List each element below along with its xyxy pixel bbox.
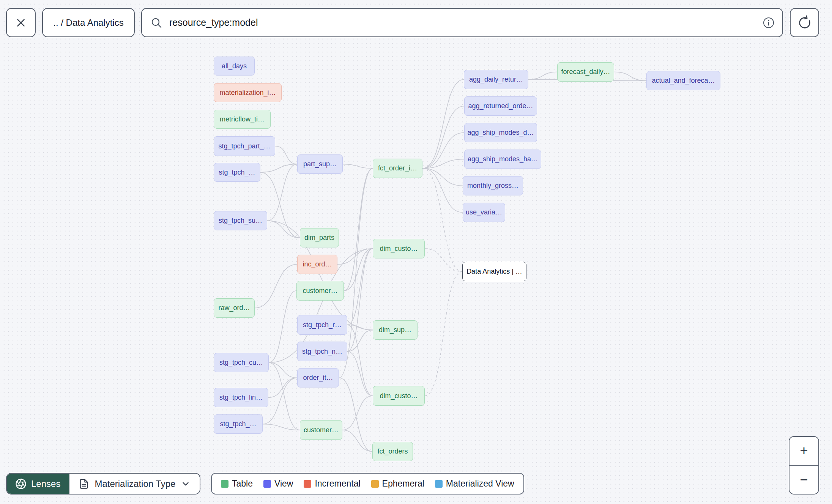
graph-edge-fct_order_i-to-monthly_gross xyxy=(422,169,463,186)
graph-node-label: Data Analytics | … xyxy=(466,268,522,276)
graph-edge-fct_order_i-to-agg_returned_orde xyxy=(422,106,464,169)
graph-node-label: inc_ord… xyxy=(303,260,332,268)
graph-edge-part_sup-to-fct_order_i xyxy=(343,164,373,169)
graph-node-label: stg_tpch_cu… xyxy=(219,359,263,367)
lenses-button-label: Lenses xyxy=(31,479,60,489)
graph-node-stg_tpch_part[interactable]: stg_tpch_part_… xyxy=(214,136,275,156)
graph-node-label: materialization_i… xyxy=(219,89,276,97)
graph-node-label: stg_tpch_part_… xyxy=(218,142,270,150)
aperture-icon xyxy=(15,478,27,490)
close-icon xyxy=(14,16,27,29)
legend-item-view: View xyxy=(263,479,293,489)
legend-item-incremental: Incremental xyxy=(304,479,360,489)
graph-node-customer_a[interactable]: customer… xyxy=(296,281,344,301)
graph-node-agg_daily_retur[interactable]: agg_daily_retur… xyxy=(464,70,528,89)
graph-node-label: use_varia… xyxy=(466,208,502,216)
graph-node-stg_tpch_su[interactable]: stg_tpch_su… xyxy=(214,211,267,230)
graph-node-stg_tpch_r[interactable]: stg_tpch_r… xyxy=(297,315,347,335)
graph-node-dim_custo_b[interactable]: dim_custo… xyxy=(373,386,425,406)
graph-node-label: actual_and_foreca… xyxy=(652,77,715,85)
breadcrumb[interactable]: .. / Data Analytics xyxy=(42,8,135,37)
legend-item-ephemeral: Ephemeral xyxy=(371,479,424,489)
legend-item-table: Table xyxy=(221,479,253,489)
graph-node-label: dim_custo… xyxy=(380,245,418,253)
graph-node-label: agg_returned_orde… xyxy=(468,102,533,110)
close-button[interactable] xyxy=(6,8,36,37)
chevron-down-icon xyxy=(181,479,191,489)
document-icon xyxy=(79,479,89,489)
lenses-button[interactable]: Lenses xyxy=(7,474,69,494)
graph-node-label: stg_tpch_r… xyxy=(303,321,342,329)
refresh-button[interactable] xyxy=(790,8,819,37)
graph-node-use_varia[interactable]: use_varia… xyxy=(463,203,505,222)
legend-swatch xyxy=(263,480,271,488)
graph-node-materialization_i[interactable]: materialization_i… xyxy=(214,83,282,102)
graph-node-label: customer… xyxy=(303,287,337,295)
graph-node-agg_returned_orde[interactable]: agg_returned_orde… xyxy=(464,96,537,116)
graph-node-dim_parts[interactable]: dim_parts xyxy=(300,228,339,247)
graph-node-label: stg_tpch_lin… xyxy=(219,394,263,402)
graph-node-stg_tpch_n[interactable]: stg_tpch_n… xyxy=(297,342,347,361)
materialization-legend: TableViewIncrementalEphemeralMaterialize… xyxy=(211,473,524,495)
graph-node-agg_ship_modes_d[interactable]: agg_ship_modes_d… xyxy=(464,123,537,142)
graph-node-label: dim_parts xyxy=(304,234,334,242)
graph-edge-stg_tpch_su-to-dim_parts xyxy=(267,221,300,238)
legend-label: Incremental xyxy=(315,479,360,489)
lens-select-label: Materialization Type xyxy=(95,479,175,489)
graph-node-part_sup[interactable]: part_sup… xyxy=(297,154,343,174)
graph-node-fct_orders[interactable]: fct_orders xyxy=(372,442,413,461)
graph-edge-dim_custo_a-to-exposure_da xyxy=(425,249,462,272)
graph-node-label: stg_tpch_… xyxy=(219,169,255,176)
graph-node-agg_ship_modes_ha[interactable]: agg_ship_modes_ha… xyxy=(464,150,541,169)
graph-node-raw_ord[interactable]: raw_ord… xyxy=(214,298,255,318)
graph-node-label: raw_ord… xyxy=(218,304,250,312)
zoom-out-button[interactable]: − xyxy=(789,466,818,494)
graph-node-customer_b[interactable]: customer… xyxy=(300,420,342,440)
graph-node-dim_custo_a[interactable]: dim_custo… xyxy=(373,239,425,258)
graph-edge-stg_tpch_cu-to-customer_a xyxy=(269,291,296,363)
graph-edge-stg_tpch_cu-to-order_it xyxy=(269,363,297,378)
graph-node-inc_ord[interactable]: inc_ord… xyxy=(297,255,337,274)
graph-edge-fct_order_i-to-agg_daily_retur xyxy=(422,80,464,169)
graph-edge-forecast_daily-to-actual_and_foreca xyxy=(614,72,646,81)
graph-node-monthly_gross[interactable]: monthly_gross… xyxy=(463,176,523,195)
graph-node-label: fct_order_i… xyxy=(378,164,417,172)
graph-edge-order_it-to-fct_orders xyxy=(339,378,372,452)
search-bar xyxy=(141,8,783,37)
graph-edge-customer_a-to-dim_custo_a xyxy=(344,249,373,291)
graph-node-forecast_daily[interactable]: forecast_daily… xyxy=(557,62,614,82)
graph-node-stg_tpch_a[interactable]: stg_tpch_… xyxy=(214,163,260,182)
graph-node-all_days[interactable]: all_days xyxy=(214,57,255,76)
graph-node-label: forecast_daily… xyxy=(561,68,610,76)
graph-node-label: order_it… xyxy=(303,374,333,382)
search-info-button[interactable] xyxy=(763,9,775,36)
graph-node-fct_order_i[interactable]: fct_order_i… xyxy=(373,159,422,178)
graph-node-metricflow_ti[interactable]: metricflow_ti… xyxy=(214,110,271,129)
graph-node-label: part_sup… xyxy=(303,160,337,168)
graph-node-stg_tpch_cu[interactable]: stg_tpch_cu… xyxy=(214,353,269,372)
lenses-group: Lenses Materialization Type xyxy=(6,473,200,495)
graph-edge-raw_ord-to-inc_ord xyxy=(255,265,297,308)
graph-node-dim_sup[interactable]: dim_sup… xyxy=(373,320,418,340)
graph-node-label: customer… xyxy=(304,426,339,434)
lens-select-dropdown[interactable]: Materialization Type xyxy=(69,474,200,494)
graph-node-stg_tpch_b[interactable]: stg_tpch_… xyxy=(214,414,263,434)
graph-node-order_it[interactable]: order_it… xyxy=(297,368,339,387)
legend-label: Materialized View xyxy=(446,479,514,489)
graph-node-stg_tpch_lin[interactable]: stg_tpch_lin… xyxy=(214,388,268,407)
graph-node-label: stg_tpch_su… xyxy=(219,217,262,225)
zoom-in-button[interactable]: + xyxy=(789,437,818,466)
graph-edge-stg_tpch_a-to-part_sup xyxy=(260,164,297,173)
graph-node-exposure_da[interactable]: Data Analytics | … xyxy=(462,262,526,281)
graph-node-label: metricflow_ti… xyxy=(220,115,265,123)
info-icon xyxy=(763,17,775,29)
legend-label: View xyxy=(274,479,293,489)
graph-edge-customer_b-to-fct_orders xyxy=(342,430,372,452)
legend-swatch xyxy=(435,480,443,488)
graph-edge-stg_tpch_r-to-dim_custo_b xyxy=(347,325,373,396)
graph-edge-fct_order_i-to-exposure_da xyxy=(422,169,462,272)
lineage-canvas[interactable]: all_daysmaterialization_i…metricflow_ti…… xyxy=(0,0,832,504)
search-input[interactable] xyxy=(169,17,774,28)
graph-node-actual_and_foreca[interactable]: actual_and_foreca… xyxy=(646,71,720,90)
legend-swatch xyxy=(221,480,228,488)
